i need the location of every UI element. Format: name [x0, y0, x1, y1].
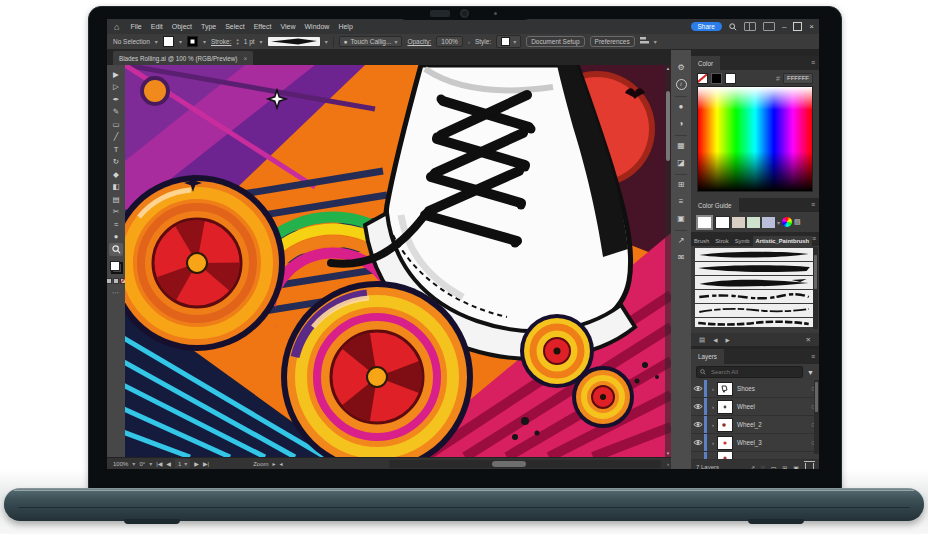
properties-gear-icon[interactable]: ⚙ — [673, 60, 689, 75]
menu-item-select[interactable]: Select — [225, 23, 244, 30]
tab-artistic-paintbrush[interactable]: Artistic_Paintbrush — [753, 236, 812, 246]
zoom-level[interactable]: 100% — [113, 461, 128, 467]
export-icon[interactable]: ↗ — [673, 233, 689, 248]
opacity-label[interactable]: Opacity: — [407, 38, 431, 45]
layer-thumbnail[interactable] — [717, 436, 733, 450]
chevron-down-icon[interactable]: ▾ — [654, 38, 657, 45]
layers-scroll-thumb[interactable] — [815, 382, 818, 412]
chevron-down-icon[interactable]: ▾ — [179, 38, 182, 45]
scissors-tool[interactable]: ✂ — [109, 206, 123, 219]
preferences-button[interactable]: Preferences — [590, 36, 635, 47]
stroke-color-swatch[interactable] — [187, 36, 198, 47]
rectangle-tool[interactable]: ▭ — [109, 118, 123, 131]
new-layer-icon[interactable]: ▣ — [793, 464, 799, 470]
search-input[interactable] — [709, 368, 783, 376]
layer-row-partial[interactable] — [691, 452, 819, 460]
stroke-label[interactable]: Stroke: — [211, 38, 232, 45]
artboard-number[interactable]: 1▾ — [175, 459, 190, 468]
edit-toolbar-icon[interactable]: ⋯ — [112, 289, 120, 297]
pencil-tool[interactable]: ✎ — [109, 106, 123, 119]
white-swatch[interactable] — [725, 73, 736, 84]
pathfinder-icon[interactable]: ▣ — [673, 211, 689, 226]
layer-row-shoes[interactable]: › Shoes ○ — [691, 380, 819, 398]
rotate-tool[interactable]: ↻ — [109, 156, 123, 169]
layers-search-field[interactable] — [696, 366, 803, 378]
align-options-icon[interactable] — [640, 37, 649, 46]
menu-item-help[interactable]: Help — [338, 23, 352, 30]
layer-thumbnail[interactable] — [717, 452, 733, 460]
harmony-swatch[interactable] — [715, 216, 730, 229]
prev-brush-icon[interactable]: ◀ — [713, 337, 717, 343]
locate-object-icon[interactable]: ◌ — [761, 464, 765, 469]
gradient-tool[interactable]: ▤ — [109, 193, 123, 206]
swatches-icon[interactable]: ▦ — [673, 138, 689, 153]
horizontal-scroll-thumb[interactable] — [492, 461, 526, 467]
harmony-swatch[interactable] — [747, 217, 760, 228]
info-icon[interactable]: i — [673, 77, 689, 92]
line-tool[interactable]: ╱ — [109, 131, 123, 144]
horizontal-scrollbar[interactable] — [389, 460, 661, 468]
arrange-documents-icon[interactable] — [744, 22, 756, 31]
color-panel-icon[interactable]: ● — [673, 99, 689, 114]
limit-swatches-icon[interactable]: ▧ — [794, 218, 801, 226]
tab-color[interactable]: Color — [691, 56, 720, 70]
visibility-eye-icon[interactable] — [691, 439, 704, 447]
visibility-eye-icon[interactable] — [691, 403, 704, 411]
rotation-value[interactable]: 0° — [139, 461, 145, 467]
brush-stroke-row[interactable] — [695, 262, 813, 275]
panel-menu-icon[interactable]: ≡ — [811, 56, 815, 70]
brush-scrollbar[interactable] — [813, 247, 818, 329]
fill-swatch[interactable] — [110, 261, 120, 271]
brush-definition-select[interactable]: ● Touch Callig... ▾ — [339, 36, 403, 47]
align-icon[interactable]: ≡ — [673, 194, 689, 209]
scroll-end-icon[interactable]: › — [667, 461, 669, 467]
scroll-right-icon[interactable]: ▸ — [272, 460, 275, 467]
document-tab[interactable]: Blades Rolling.ai @ 100 % (RGB/Preview) … — [113, 51, 253, 65]
symbol-sprayer-tool[interactable]: ● — [109, 231, 123, 244]
tab-color-guide[interactable]: Color Guide — [691, 198, 739, 212]
brush-scroll-thumb[interactable] — [814, 255, 817, 289]
filter-icon[interactable]: ▼ — [807, 369, 814, 376]
brush-stroke-row[interactable] — [695, 318, 813, 327]
tab-brushes[interactable]: Brush — [691, 236, 712, 246]
color-guide-icon[interactable]: ◑ — [673, 116, 689, 131]
selection-tool[interactable]: ▶ — [109, 68, 123, 81]
last-artboard-icon[interactable]: ▶| — [203, 460, 209, 467]
chevron-down-icon[interactable]: ▾ — [325, 38, 328, 45]
color-mode-buttons[interactable] — [107, 278, 126, 284]
pen-tool[interactable]: ✒ — [109, 93, 123, 106]
harmony-swatch[interactable] — [762, 217, 775, 228]
brush-libraries-icon[interactable]: ▤ — [699, 336, 705, 344]
chevron-down-icon[interactable]: ▾ — [203, 38, 206, 45]
opacity-value[interactable]: 100% — [436, 36, 463, 47]
share-button[interactable]: Share — [691, 22, 722, 31]
eraser-tool[interactable]: ◆ — [109, 168, 123, 181]
visibility-eye-icon[interactable] — [691, 385, 704, 393]
brush-stroke-row[interactable] — [695, 304, 813, 317]
panel-menu-icon[interactable]: ≡ — [811, 198, 815, 212]
home-icon[interactable]: ⌂ — [114, 22, 119, 32]
collect-export-icon[interactable]: ↗ — [750, 464, 755, 470]
layer-row-wheel-2[interactable]: › Wheel_2 ○ — [691, 416, 819, 434]
panel-menu-icon[interactable]: ≡ — [812, 232, 816, 246]
delete-layer-icon[interactable] — [805, 463, 814, 470]
layer-name[interactable]: Wheel_2 — [737, 421, 807, 428]
chevron-down-icon[interactable]: ▾ — [260, 38, 263, 45]
menu-item-view[interactable]: View — [280, 23, 295, 30]
chevron-down-icon[interactable]: ▾ — [777, 219, 780, 226]
expand-icon[interactable]: › — [709, 440, 717, 446]
workspace-switcher-icon[interactable] — [763, 22, 775, 31]
document-setup-button[interactable]: Document Setup — [526, 36, 584, 47]
layer-name[interactable]: Shoes — [737, 385, 807, 392]
scroll-left-icon[interactable]: ◂ — [279, 460, 282, 467]
menu-item-file[interactable]: File — [130, 23, 141, 30]
shape-builder-tool[interactable]: ◧ — [109, 181, 123, 194]
black-swatch[interactable] — [711, 73, 722, 84]
first-artboard-icon[interactable]: |◀ — [156, 460, 162, 467]
comments-icon[interactable]: ✉ — [673, 250, 689, 265]
layer-name[interactable]: Wheel — [737, 403, 807, 410]
brush-stroke-row[interactable] — [695, 290, 813, 303]
hex-value-field[interactable]: FFFFFF — [783, 73, 813, 84]
symbols-icon[interactable]: ⊞ — [673, 177, 689, 192]
tab-symbols[interactable]: Symb — [732, 236, 753, 246]
